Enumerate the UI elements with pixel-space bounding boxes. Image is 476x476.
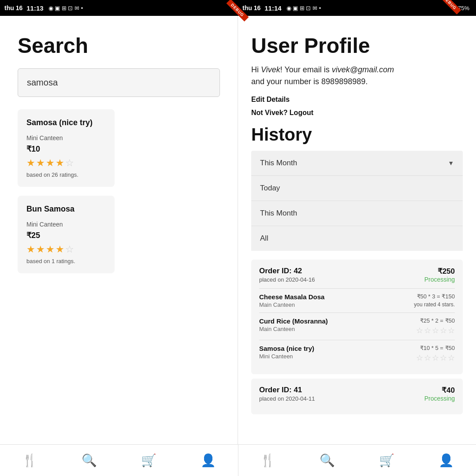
bottom-nav: 🍴 🔍 🛒 👤 🍴 🔍 🛒 👤 — [0, 444, 476, 476]
star-1-3: ★ — [56, 244, 64, 255]
search-title: Search — [18, 33, 220, 58]
card-canteen-1: Mini Canteen — [26, 221, 106, 228]
item-row-0-2: Samosa (nice try) Mini Canteen ₹10 * 5 =… — [259, 345, 455, 363]
dropdown-option-thismonth[interactable]: This Month — [251, 201, 463, 226]
card-stars-0: ★ ★ ★ ★ ☆ — [26, 157, 106, 169]
debug-badge-right: DEBUG — [439, 0, 461, 14]
dropdown-options: Today This Month All — [251, 175, 463, 251]
logout-link[interactable]: Not Vivek? Logout — [251, 109, 463, 117]
dropdown-option-today[interactable]: Today — [251, 176, 463, 201]
card-price-0: ₹10 — [26, 144, 106, 154]
dropdown-option-today-label: Today — [260, 184, 280, 192]
order-id-1: Order ID: 41 — [259, 386, 315, 394]
card-price-1: ₹25 — [26, 231, 106, 240]
star-0-4: ☆ — [65, 157, 74, 169]
history-list: Order ID: 42 placed on 2020-04-16 ₹250 P… — [251, 255, 463, 444]
item-price-0-2: ₹10 * 5 = ₹50 — [416, 345, 455, 351]
profile-icon-left: 👤 — [201, 453, 216, 468]
card-stars-1: ★ ★ ★ ★ ☆ — [26, 244, 106, 255]
card-ratings-0: based on 26 ratings. — [26, 171, 106, 178]
dropdown-selected[interactable]: This Month ▼ — [251, 151, 463, 175]
order-status-0: Processing — [424, 276, 455, 283]
right-status-bar: thu 16 11:14 ◉ ▣ ⊞ ⊡ ✉ • 75% DEBUG — [238, 4, 476, 12]
star-1-2: ★ — [46, 244, 55, 255]
profile-icon-right: 👤 — [439, 453, 454, 468]
item-stars-0-2: ☆ ☆ ☆ ☆ ☆ — [416, 353, 455, 363]
left-nav: 🍴 🔍 🛒 👤 — [0, 445, 238, 476]
left-time: thu 16 — [4, 4, 22, 11]
item-stars-0-1: ☆ ☆ ☆ ☆ ☆ — [416, 326, 455, 335]
nav-right-cart[interactable]: 🛒 — [357, 445, 416, 476]
istar-0-1-4[interactable]: ☆ — [448, 326, 455, 335]
order-item-0-2: Samosa (nice try) Mini Canteen ₹10 * 5 =… — [259, 340, 455, 367]
istar-0-2-0[interactable]: ☆ — [416, 353, 423, 363]
cart-icon-left: 🛒 — [141, 453, 156, 468]
search-icon-left: 🔍 — [82, 453, 97, 468]
order-date-0: placed on 2020-04-16 — [259, 276, 315, 283]
order-header-0: Order ID: 42 placed on 2020-04-16 ₹250 P… — [259, 267, 455, 283]
profile-email: vivek@gmail.com — [332, 65, 394, 74]
profile-title: User Profile — [251, 33, 463, 58]
istar-0-1-3[interactable]: ☆ — [440, 326, 447, 335]
left-status-icons: ◉ ▣ ⊞ ⊡ ✉ • — [48, 5, 83, 11]
food-icon-right: 🍴 — [260, 453, 275, 468]
star-0-2: ★ — [46, 157, 55, 169]
search-results: Samosa (nice try) Mini Canteen ₹10 ★ ★ ★… — [18, 109, 220, 273]
item-canteen-0-2: Mini Canteen — [259, 353, 314, 360]
star-1-4: ☆ — [65, 244, 74, 255]
dropdown-selected-label: This Month — [260, 159, 297, 167]
order-amount-1: ₹40 — [424, 386, 455, 395]
order-item-0-1: Curd Rice (Mosranna) Main Canteen ₹25 * … — [259, 312, 455, 340]
profile-panel: User Profile Hi Vivek! Your email is viv… — [238, 16, 476, 444]
right-day: thu 16 — [242, 4, 260, 11]
search-card-1[interactable]: Bun Samosa Mini Canteen ₹25 ★ ★ ★ ★ ☆ ba… — [18, 196, 115, 273]
star-0-1: ★ — [36, 157, 45, 169]
item-canteen-0-0: Main Canteen — [259, 301, 324, 308]
star-0-0: ★ — [26, 157, 35, 169]
star-1-1: ★ — [36, 244, 45, 255]
card-name-0: Samosa (nice try) — [26, 118, 106, 127]
right-status-icons: ◉ ▣ ⊞ ⊡ ✉ • — [286, 5, 321, 11]
dropdown-option-all[interactable]: All — [251, 226, 463, 251]
nav-left-search[interactable]: 🔍 — [60, 445, 119, 476]
profile-phone: 8989898989 — [321, 77, 365, 86]
order-amount-0: ₹250 — [424, 267, 455, 276]
left-time-val: 11:13 — [26, 4, 43, 12]
item-row-0-0: Cheese Masala Dosa Main Canteen ₹50 * 3 … — [259, 293, 455, 308]
food-icon-left: 🍴 — [22, 453, 37, 468]
istar-0-2-2[interactable]: ☆ — [432, 353, 439, 363]
profile-phone-suffix: . — [365, 77, 368, 86]
edit-details-link[interactable]: Edit Details — [251, 96, 463, 104]
istar-0-2-1[interactable]: ☆ — [424, 353, 431, 363]
history-filter-dropdown[interactable]: This Month ▼ Today This Month All — [251, 151, 463, 251]
nav-right-profile[interactable]: 👤 — [416, 445, 476, 476]
nav-left-cart[interactable]: 🛒 — [119, 445, 178, 476]
istar-0-2-3[interactable]: ☆ — [440, 353, 447, 363]
nav-right-search[interactable]: 🔍 — [298, 445, 357, 476]
search-panel: Search Samosa (nice try) Mini Canteen ₹1… — [0, 16, 238, 444]
search-icon-right: 🔍 — [320, 453, 335, 468]
card-ratings-1: based on 1 ratings. — [26, 258, 106, 264]
right-time-val: 11:14 — [264, 4, 281, 12]
search-card-0[interactable]: Samosa (nice try) Mini Canteen ₹10 ★ ★ ★… — [18, 109, 115, 187]
dropdown-option-all-label: All — [260, 234, 268, 242]
istar-0-2-4[interactable]: ☆ — [448, 353, 455, 363]
card-canteen-0: Mini Canteen — [26, 134, 106, 141]
star-0-3: ★ — [56, 157, 64, 169]
istar-0-1-2[interactable]: ☆ — [432, 326, 439, 335]
istar-0-1-1[interactable]: ☆ — [424, 326, 431, 335]
profile-username: Vivek — [261, 65, 280, 74]
item-name-0-2: Samosa (nice try) — [259, 345, 314, 352]
istar-0-1-0[interactable]: ☆ — [416, 326, 423, 335]
dropdown-option-thismonth-label: This Month — [260, 209, 297, 217]
history-title: History — [251, 125, 463, 145]
item-price-0-0: ₹50 * 3 = ₹150 — [414, 293, 455, 300]
nav-right-food[interactable]: 🍴 — [238, 445, 298, 476]
search-input[interactable] — [18, 68, 220, 97]
nav-left-profile[interactable]: 👤 — [178, 445, 238, 476]
right-nav: 🍴 🔍 🛒 👤 — [238, 445, 476, 476]
item-name-0-1: Curd Rice (Mosranna) — [259, 317, 328, 325]
item-canteen-0-1: Main Canteen — [259, 326, 328, 332]
order-date-1: placed on 2020-04-11 — [259, 395, 315, 402]
nav-left-food[interactable]: 🍴 — [0, 445, 60, 476]
